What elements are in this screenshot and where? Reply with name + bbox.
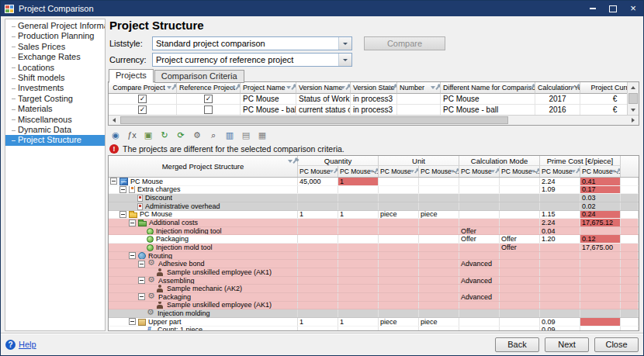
subheader-pc-mouse-7[interactable]: PC Mouse -... (580, 166, 621, 177)
pin-icon[interactable] (291, 85, 295, 90)
group-header-calculation-mode[interactable]: Calculation Mode (459, 156, 540, 166)
expander-icon[interactable] (110, 178, 117, 185)
sidebar-item-locations[interactable]: Locations (5, 63, 105, 73)
tab-comparison-criteria[interactable]: Comparison Criteria (154, 70, 244, 83)
tree-row[interactable]: Sample unskilled employee (AK1) (109, 302, 639, 310)
sidebar-item-general-project-information[interactable]: General Project Information (5, 21, 105, 31)
help-icon[interactable]: ? (5, 340, 16, 350)
tree-row[interactable]: Injection molding toolOffer0.04 (109, 227, 639, 236)
scroll-left-arrow[interactable] (109, 116, 119, 125)
tree-row[interactable]: Sample unskilled employee (AK1) (109, 268, 639, 277)
sidebar-item-sales-prices[interactable]: Sales Prices (5, 42, 105, 52)
column-header-version-name[interactable]: Version Name (296, 82, 351, 94)
expander-icon[interactable] (119, 186, 126, 193)
column-header-version-state[interactable]: Version State (351, 82, 397, 94)
sidebar-item-materials[interactable]: Materials (5, 104, 105, 114)
chart-icon[interactable]: ▥ (223, 128, 237, 142)
subheader-pc-mouse-6[interactable]: PC Mouse (540, 166, 580, 177)
reference-project-checkbox[interactable] (204, 105, 213, 114)
tree-row[interactable]: Injection molding (109, 309, 639, 318)
projects-table-row[interactable]: PC Mouse - ballcurrent status of worin p… (109, 105, 627, 115)
tree-row[interactable]: Adhesive bondAdvanced (109, 260, 639, 268)
projects-table-row[interactable]: PC MouseStatus of Workin process3PC Mous… (109, 94, 627, 105)
export-icon[interactable]: ▤ (239, 128, 253, 142)
pin-icon[interactable] (235, 85, 239, 90)
compare-project-checkbox[interactable] (138, 105, 147, 114)
view-icon[interactable]: ◉ (109, 128, 123, 142)
expander-icon[interactable] (138, 277, 145, 284)
pin-icon[interactable] (293, 159, 296, 164)
expander-icon[interactable] (138, 293, 145, 300)
back-button[interactable]: Back (495, 337, 539, 352)
projects-table-hscrollbar[interactable] (109, 115, 639, 125)
tree-row[interactable]: Sample mechanic (AK2) (109, 285, 639, 293)
column-header-project-curre[interactable]: Project Curre (580, 82, 627, 94)
pin-icon[interactable] (392, 85, 396, 90)
scroll-down-arrow[interactable] (628, 105, 639, 115)
pin-icon[interactable] (535, 170, 539, 174)
chevron-down-icon[interactable] (338, 37, 351, 50)
chevron-down-icon[interactable] (338, 54, 351, 66)
subheader-pc-mouse-4[interactable]: PC Mouse (459, 166, 500, 177)
subheader-pc-mouse-0[interactable]: PC Mouse (298, 166, 338, 177)
compare-button[interactable]: Compare (364, 36, 445, 50)
image-icon[interactable]: ▣ (141, 128, 155, 142)
settings-icon[interactable]: ⚙ (190, 128, 204, 142)
expander-icon[interactable] (138, 261, 145, 268)
tree-row[interactable]: Routing (109, 252, 639, 261)
tree-row[interactable]: PackagingOfferOffer1.200.12 (109, 235, 639, 244)
minimize-button[interactable] (583, 1, 603, 16)
group-header-unit[interactable]: Unit (379, 156, 459, 166)
subheader-pc-mouse-5[interactable]: PC Mouse -... (500, 166, 540, 177)
pin-icon[interactable] (334, 170, 338, 174)
tree-row[interactable]: PackagingAdvanced (109, 293, 639, 302)
tree-row[interactable]: Administrative overhead0.02 (109, 202, 639, 211)
group-header-prime-cost-piece[interactable]: Prime Cost [€/piece] (540, 156, 621, 166)
vscroll-thumb[interactable] (628, 93, 638, 104)
expander-icon[interactable] (129, 219, 136, 226)
scroll-right-arrow[interactable] (628, 116, 639, 125)
refresh-all-icon[interactable]: ⟳ (174, 128, 188, 142)
refresh-icon[interactable]: ↻ (158, 128, 171, 142)
tab-projects[interactable]: Projects (109, 69, 154, 83)
search-icon[interactable]: ⌕ (206, 128, 220, 142)
pin-icon[interactable] (374, 170, 378, 174)
sidebar-item-miscellaneous[interactable]: Miscellaneous (5, 115, 105, 125)
pin-icon[interactable] (455, 170, 459, 174)
pin-icon[interactable] (171, 85, 175, 90)
subheader-pc-mouse-1[interactable]: PC Mouse -... (338, 166, 379, 177)
reference-project-checkbox[interactable] (204, 95, 213, 103)
currency-select[interactable]: Project currency of reference project (152, 53, 352, 67)
expander-icon[interactable] (129, 252, 136, 259)
projects-table-vscrollbar[interactable] (627, 82, 639, 115)
sidebar-item-shift-models[interactable]: Shift models (5, 73, 105, 83)
pin-icon[interactable] (414, 170, 418, 174)
tree-row[interactable]: PC Mouse11piecepiece1.150.24 (109, 211, 639, 219)
column-header-compare-project[interactable]: Compare Project (109, 82, 177, 94)
pin-icon[interactable] (575, 85, 579, 90)
help-link[interactable]: Help (19, 340, 36, 349)
tree-structure-header[interactable]: Merged Project Structure (109, 156, 298, 177)
column-header-project-name[interactable]: Project Name (241, 82, 296, 94)
sidebar-item-production-planning[interactable]: Production Planning (5, 31, 105, 41)
pin-icon[interactable] (435, 85, 439, 90)
pin-icon[interactable] (495, 170, 499, 174)
tree-row[interactable]: AssemblingAdvanced (109, 277, 639, 285)
tree-row[interactable]: PC Mouse45,00012.240.41 (109, 178, 639, 186)
sidebar-item-target-costing[interactable]: Target Costing (5, 94, 105, 104)
close-button[interactable]: Close (594, 337, 639, 352)
sidebar-item-exchange-rates[interactable]: Exchange Rates (5, 52, 105, 62)
subheader-pc-mouse-2[interactable]: PC Mouse (379, 166, 419, 177)
maximize-button[interactable] (603, 1, 623, 16)
expander-icon[interactable] (119, 211, 126, 218)
pin-icon[interactable] (530, 85, 534, 90)
column-header-different-name-for-comparison[interactable]: Different Name for Comparison (441, 82, 535, 94)
tree-row[interactable]: Upper part11piecepiece0.09 (109, 318, 639, 327)
tree-row[interactable]: Count: 1 piece0.09 (109, 327, 639, 330)
tree-row[interactable]: Extra charges1.090.17 (109, 186, 639, 195)
tree-row[interactable]: Discount0.03 (109, 194, 639, 202)
subheader-pc-mouse-3[interactable]: PC Mouse -... (419, 166, 459, 177)
pin-icon[interactable] (345, 85, 349, 90)
pin-icon[interactable] (576, 170, 580, 174)
tree-row[interactable]: Injection mold toolOffer17,675.00 (109, 244, 639, 252)
